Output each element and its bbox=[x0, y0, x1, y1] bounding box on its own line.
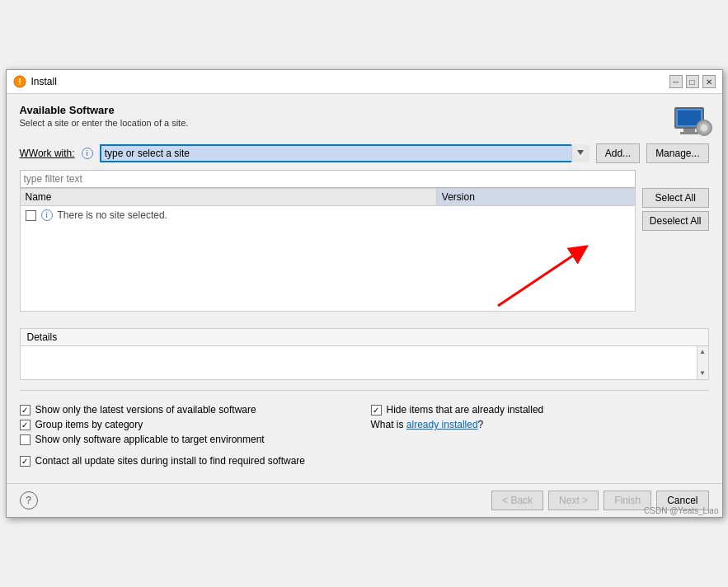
checkbox-label-3: Group items by category bbox=[35, 419, 143, 430]
window-body: Available Software Select a site or ente… bbox=[7, 94, 722, 477]
svg-text:!: ! bbox=[18, 77, 21, 87]
row-checkbox[interactable] bbox=[26, 210, 36, 221]
column-name: Name bbox=[21, 189, 437, 205]
header-section: Available Software Select a site or ente… bbox=[20, 104, 709, 137]
site-input-wrapper bbox=[100, 144, 589, 162]
checkbox-label-5: Contact all update sites during install … bbox=[35, 455, 306, 467]
work-with-info-icon: i bbox=[82, 148, 93, 159]
checkbox-row-4: What is already installed? bbox=[371, 419, 709, 430]
scroll-down-icon[interactable]: ▼ bbox=[699, 368, 706, 379]
bottom-bar: ? < Back Next > Finish Cancel bbox=[7, 483, 722, 517]
watermark: CSDN @Yeats_Liao bbox=[644, 506, 718, 515]
checkboxes-section: Show only the latest versions of availab… bbox=[20, 404, 709, 445]
checkbox-1[interactable] bbox=[20, 405, 31, 416]
checkbox-2[interactable] bbox=[371, 405, 382, 416]
details-scrollbar[interactable]: ▲ ▼ bbox=[697, 346, 708, 379]
details-content: ▲ ▼ bbox=[21, 346, 708, 379]
already-installed-text: What is already installed? bbox=[371, 419, 484, 430]
checkbox-4[interactable] bbox=[20, 434, 31, 445]
monitor-icon bbox=[674, 107, 704, 134]
add-button[interactable]: Add... bbox=[596, 143, 640, 163]
checkbox-row-5: Show only software applicable to target … bbox=[20, 434, 358, 445]
side-buttons: Select All Deselect All bbox=[642, 170, 709, 231]
site-input[interactable] bbox=[100, 144, 589, 162]
help-icon[interactable]: ? bbox=[20, 491, 38, 510]
next-button[interactable]: Next > bbox=[548, 491, 599, 510]
checkbox-row-1: Show only the latest versions of availab… bbox=[20, 404, 358, 416]
scroll-up-icon[interactable]: ▲ bbox=[699, 346, 706, 358]
details-label: Details bbox=[21, 329, 708, 346]
software-list: Name Version i There is no site selected… bbox=[20, 188, 636, 312]
select-all-button[interactable]: Select All bbox=[642, 188, 709, 208]
divider bbox=[20, 390, 709, 391]
site-dropdown-arrow[interactable] bbox=[571, 144, 589, 162]
minimize-button[interactable]: ─ bbox=[669, 75, 683, 88]
dialog-subtitle: Select a site or enter the location of a… bbox=[20, 118, 189, 128]
checkbox-row-6: Contact all update sites during install … bbox=[20, 455, 709, 467]
table-row: i There is no site selected. bbox=[21, 206, 635, 224]
install-title-icon: ! bbox=[13, 75, 26, 88]
checkbox-label-1: Show only the latest versions of availab… bbox=[35, 404, 256, 416]
row-info-icon: i bbox=[41, 209, 53, 221]
filter-input[interactable] bbox=[20, 170, 636, 188]
window-title: Install bbox=[31, 76, 57, 87]
list-area: Name Version i There is no site selected… bbox=[20, 170, 709, 312]
checkbox-row-2: Hide items that are already installed bbox=[371, 404, 709, 416]
list-container: Name Version i There is no site selected… bbox=[20, 170, 636, 312]
checkbox-3[interactable] bbox=[20, 420, 31, 430]
work-with-label: WWork with: bbox=[20, 148, 75, 159]
column-version: Version bbox=[437, 189, 635, 205]
checkbox-label-2: Hide items that are already installed bbox=[387, 404, 544, 416]
restore-button[interactable]: □ bbox=[686, 75, 699, 88]
checkbox-5[interactable] bbox=[20, 456, 31, 467]
svg-marker-2 bbox=[577, 150, 584, 155]
row-text: There is no site selected. bbox=[58, 209, 167, 221]
install-dialog: ! Install ─ □ ✕ Available Software Selec… bbox=[6, 69, 723, 518]
already-installed-link[interactable]: already installed bbox=[406, 419, 478, 430]
back-button[interactable]: < Back bbox=[491, 491, 543, 510]
close-button[interactable]: ✕ bbox=[702, 75, 716, 88]
work-with-row: WWork with: i Add... Manage... bbox=[20, 143, 709, 163]
list-header: Name Version bbox=[21, 189, 635, 206]
details-section: Details ▲ ▼ bbox=[20, 328, 709, 380]
title-bar: ! Install ─ □ ✕ bbox=[7, 70, 722, 94]
dialog-title: Available Software bbox=[20, 104, 189, 116]
deselect-all-button[interactable]: Deselect All bbox=[642, 211, 709, 231]
manage-button[interactable]: Manage... bbox=[646, 143, 708, 163]
header-icon-area bbox=[669, 104, 709, 137]
checkbox-label-4: Show only software applicable to target … bbox=[35, 434, 265, 445]
checkbox-row-3: Group items by category bbox=[20, 419, 358, 430]
